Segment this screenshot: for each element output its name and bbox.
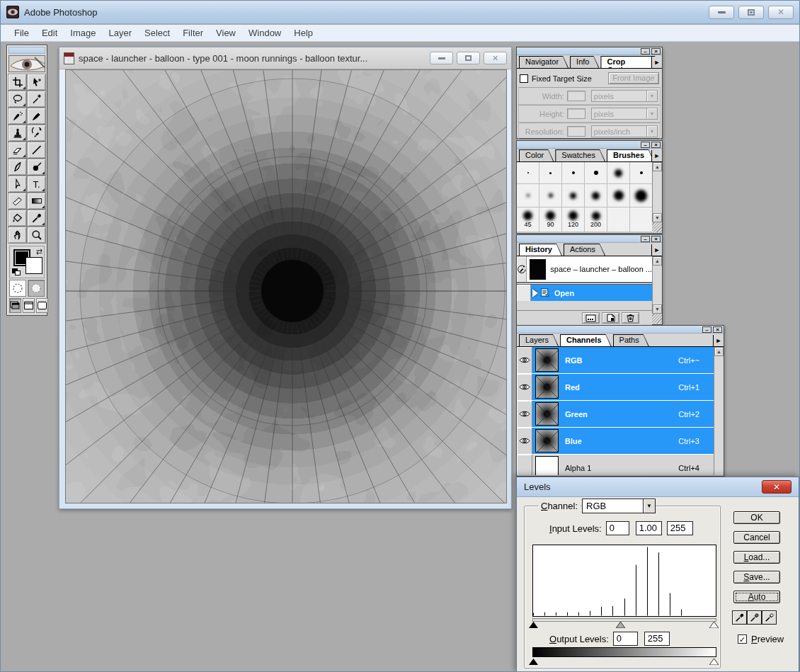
- move-tool[interactable]: [27, 74, 46, 91]
- levels-titlebar[interactable]: Levels ✕: [517, 477, 799, 497]
- chevron-down-icon[interactable]: ▼: [646, 126, 657, 137]
- scroll-down-icon[interactable]: ▼: [653, 213, 662, 222]
- channel-row-green[interactable]: GreenCtrl+2: [517, 401, 714, 428]
- visibility-toggle[interactable]: [517, 455, 532, 475]
- input-gamma-field[interactable]: 1.00: [636, 521, 662, 535]
- brush-preset[interactable]: 90: [539, 207, 561, 232]
- toolbox-drag-strip[interactable]: [8, 47, 45, 54]
- gray-point-eyedropper-button[interactable]: [747, 610, 762, 625]
- eyedropper-tool[interactable]: [27, 210, 46, 227]
- quick-mask-mode-button[interactable]: [28, 280, 45, 297]
- doc-maximize-button[interactable]: [457, 52, 480, 64]
- panel-minimize-button[interactable]: –: [641, 48, 650, 55]
- brush-preset[interactable]: [630, 162, 652, 183]
- document-titlebar[interactable]: space - launcher - balloon - type 001 - …: [59, 47, 511, 69]
- brush-preset[interactable]: [585, 184, 607, 207]
- auto-button[interactable]: Auto: [733, 591, 780, 603]
- tab-color[interactable]: Color: [519, 149, 554, 161]
- preview-checkbox[interactable]: ✓: [738, 634, 747, 644]
- doc-minimize-button[interactable]: [430, 52, 453, 64]
- menu-window[interactable]: Window: [242, 25, 287, 40]
- panel-minimize-button[interactable]: –: [641, 142, 650, 148]
- background-color-swatch[interactable]: [25, 257, 42, 274]
- standard-screen-mode-button[interactable]: [9, 298, 21, 313]
- brush-preset[interactable]: [517, 184, 539, 207]
- crop-tool[interactable]: [8, 74, 27, 91]
- channel-select[interactable]: RGB ▼: [582, 499, 656, 513]
- channel-thumbnail[interactable]: [535, 348, 559, 372]
- channel-thumbnail[interactable]: [535, 402, 559, 426]
- channel-thumbnail[interactable]: [535, 375, 559, 399]
- chevron-down-icon[interactable]: ▼: [646, 108, 657, 119]
- brush-preset[interactable]: [562, 184, 584, 207]
- load-button[interactable]: Load...: [733, 551, 780, 564]
- maximize-button[interactable]: [738, 6, 764, 19]
- rubber-stamp-tool[interactable]: [8, 125, 27, 142]
- scroll-down-icon[interactable]: ▼: [653, 304, 662, 314]
- tab-navigator[interactable]: Navigator: [519, 56, 568, 68]
- channel-thumbnail[interactable]: [535, 429, 559, 452]
- history-brush-tool[interactable]: [27, 125, 46, 142]
- history-snapshot-row[interactable]: space – launcher – balloon ...: [517, 256, 652, 283]
- input-white-field[interactable]: 255: [667, 521, 693, 535]
- save-button[interactable]: Save...: [733, 571, 780, 583]
- chevron-down-icon[interactable]: ▼: [646, 91, 657, 101]
- menu-view[interactable]: View: [210, 25, 242, 40]
- brush-preset[interactable]: [539, 162, 561, 183]
- panel-titlebar[interactable]: – ×: [517, 326, 724, 334]
- output-white-field[interactable]: 255: [644, 632, 670, 646]
- hand-tool[interactable]: [8, 227, 27, 244]
- tab-brushes[interactable]: Brushes: [607, 149, 654, 161]
- brush-preset[interactable]: [607, 184, 629, 207]
- tab-channels[interactable]: Channels: [560, 334, 612, 346]
- airbrush-tool[interactable]: [8, 108, 27, 125]
- minimize-button[interactable]: [709, 6, 734, 19]
- panel-menu-arrow[interactable]: ►: [713, 335, 724, 346]
- brush-preset[interactable]: [585, 162, 607, 183]
- panel-menu-arrow[interactable]: ►: [651, 57, 662, 68]
- snapshot-thumbnail[interactable]: [530, 259, 546, 280]
- field-input[interactable]: [567, 108, 585, 119]
- menu-select[interactable]: Select: [138, 25, 176, 40]
- blur-tool[interactable]: [27, 159, 46, 176]
- field-input[interactable]: [567, 126, 585, 137]
- panel-titlebar[interactable]: – ×: [517, 235, 662, 243]
- brush-preset[interactable]: [607, 162, 629, 183]
- measure-tool[interactable]: [8, 193, 27, 210]
- brushes-scrollbar[interactable]: ▲ ▼: [652, 162, 662, 232]
- panel-menu-arrow[interactable]: ►: [651, 244, 662, 256]
- channel-row-red[interactable]: RedCtrl+1: [517, 374, 714, 401]
- tab-info[interactable]: Info: [570, 56, 599, 68]
- panel-minimize-button[interactable]: –: [641, 236, 650, 242]
- white-point-eyedropper-button[interactable]: [762, 610, 777, 625]
- zoom-tool[interactable]: [27, 227, 46, 244]
- line-tool[interactable]: [27, 142, 46, 159]
- lasso-tool[interactable]: [8, 91, 27, 108]
- input-white-slider[interactable]: [709, 622, 719, 628]
- doc-close-button[interactable]: ✕: [484, 52, 507, 64]
- scroll-up-icon[interactable]: ▲: [653, 256, 662, 266]
- fullscreen-menubar-mode-button[interactable]: [23, 298, 35, 313]
- output-white-slider[interactable]: [709, 659, 719, 665]
- menu-image[interactable]: Image: [64, 25, 102, 40]
- brush-preset[interactable]: [562, 162, 584, 183]
- channel-row-alpha-1[interactable]: Alpha 1Ctrl+4: [517, 455, 714, 475]
- channel-row-blue[interactable]: BlueCtrl+3: [517, 428, 714, 455]
- panel-titlebar[interactable]: – ×: [517, 141, 662, 149]
- visibility-toggle[interactable]: [517, 374, 532, 400]
- menu-layer[interactable]: Layer: [103, 25, 139, 40]
- history-scrollbar[interactable]: ▲ ▼: [652, 256, 662, 324]
- history-state-row[interactable]: Open: [517, 285, 652, 301]
- default-colors-icon[interactable]: [12, 268, 21, 275]
- paintbrush-tool[interactable]: [27, 108, 46, 125]
- direct-select-tool[interactable]: [8, 176, 27, 193]
- fixed-target-size-checkbox[interactable]: [520, 74, 528, 83]
- panel-titlebar[interactable]: – ×: [517, 47, 662, 55]
- panel-close-button[interactable]: ×: [651, 142, 661, 148]
- tab-history[interactable]: History: [519, 244, 562, 256]
- history-source-cell[interactable]: [517, 285, 531, 301]
- tab-layers[interactable]: Layers: [519, 334, 559, 346]
- visibility-toggle[interactable]: [517, 428, 532, 454]
- brush-preset[interactable]: 120: [562, 207, 584, 232]
- tab-paths[interactable]: Paths: [613, 334, 649, 346]
